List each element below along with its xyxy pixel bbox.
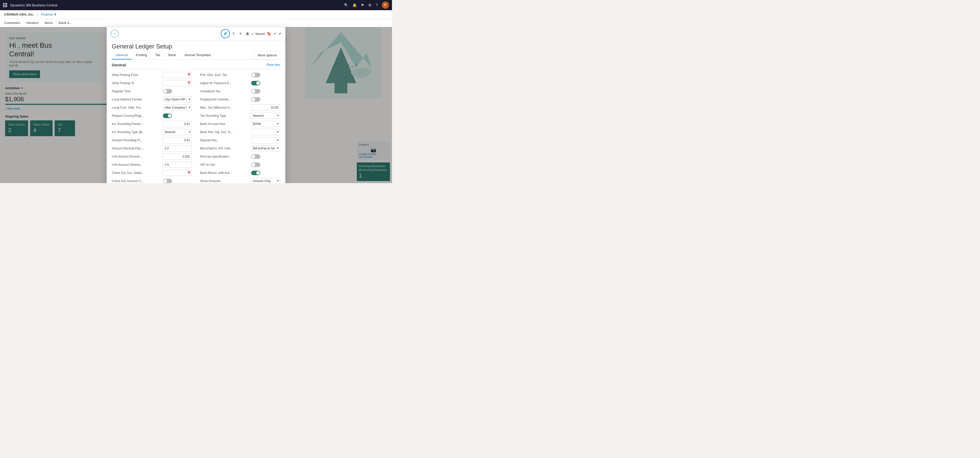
saved-status: ✓ Saved bbox=[251, 32, 265, 36]
settings-icon[interactable]: ⚙ bbox=[368, 3, 372, 7]
inv-rounding-type-row: Inv. Rounding Type ($) ··· Nearest Up Do… bbox=[112, 128, 192, 136]
unit-amount-rounding-label: Unit-Amount Roundi... bbox=[112, 155, 158, 158]
unrealized-tax-control bbox=[251, 89, 280, 94]
amount-rounding-precision-control bbox=[163, 137, 192, 143]
user-avatar[interactable]: F bbox=[382, 2, 389, 9]
bill-to-sell-to-vat-control: Bill-to/Pay-to No. Sell-to/Buy-from No. bbox=[251, 145, 280, 152]
more-options-button[interactable]: More options bbox=[255, 51, 280, 59]
bank-account-nos-select[interactable]: BANK bbox=[251, 121, 280, 127]
check-gl-account-usage-toggle[interactable] bbox=[163, 179, 172, 183]
bank-recon-auto-toggle[interactable] bbox=[251, 171, 260, 175]
deposit-nos-row: Deposit Nos. ··· bbox=[200, 137, 280, 144]
check-gl-account-usage-label: Check G/L Account U... bbox=[112, 179, 158, 183]
tax-rounding-type-control: Nearest Up Down bbox=[251, 113, 280, 119]
allow-posting-from-label: Allow Posting From bbox=[112, 73, 158, 77]
nav-items[interactable]: Items bbox=[45, 21, 53, 25]
add-icon[interactable]: + bbox=[239, 31, 242, 36]
nav-customers[interactable]: Customers bbox=[4, 21, 20, 25]
bank-recon-auto-row: Bank Recon. with Aut... ··· bbox=[200, 170, 280, 176]
finance-module-link[interactable]: Finance ▼ bbox=[41, 13, 57, 16]
max-tax-difference-control bbox=[251, 105, 280, 111]
deposit-nos-select[interactable] bbox=[251, 137, 280, 143]
require-country-control bbox=[163, 114, 192, 118]
tax-rounding-type-select[interactable]: Nearest Up Down bbox=[251, 113, 280, 119]
bill-to-sell-to-vat-select[interactable]: Bill-to/Pay-to No. Sell-to/Buy-from No. bbox=[251, 145, 280, 152]
pmt-disc-excl-tax-toggle[interactable] bbox=[251, 73, 260, 77]
show-amounts-select[interactable]: Amount Only Debit/Credit Both bbox=[251, 178, 280, 183]
allow-posting-to-control: 📅 bbox=[163, 80, 192, 86]
allow-posting-to-row: Allow Posting To ··· 📅 bbox=[112, 79, 192, 87]
amount-rounding-precision-input[interactable] bbox=[163, 137, 192, 143]
back-button[interactable]: ← bbox=[111, 30, 119, 38]
tab-tax[interactable]: Tax bbox=[151, 51, 164, 59]
waffle-menu-icon[interactable] bbox=[3, 3, 7, 7]
dialog-title: General Ledger Setup bbox=[107, 41, 285, 51]
check-gl-acc-deletion-row: Check G/L Acc. Deleti... ··· 📅 bbox=[112, 170, 192, 176]
main-content: Get started Hi , meet Bus Central! You'r… bbox=[0, 27, 392, 183]
tax-rounding-type-row: Tax Rounding Type ··· Nearest Up Down bbox=[200, 112, 280, 119]
register-time-toggle[interactable] bbox=[163, 89, 172, 94]
edit-icon[interactable] bbox=[221, 29, 230, 38]
local-cont-addr-format-select[interactable]: After Company Name Before Company Name N… bbox=[163, 105, 192, 111]
calendar-icon[interactable]: 📅 bbox=[187, 73, 191, 76]
unrealized-tax-toggle[interactable] bbox=[251, 89, 260, 94]
search-icon[interactable]: 🔍 bbox=[344, 3, 348, 7]
deposit-nos-control bbox=[251, 137, 280, 143]
local-address-format-select[interactable]: City+State+ZIP Code City+ZIP Code ZIP Co… bbox=[163, 97, 192, 103]
notification-icon[interactable]: 🔔 bbox=[352, 3, 357, 7]
unit-amount-rounding-row: Unit-Amount Roundi... ··· bbox=[112, 153, 192, 160]
calendar-icon-2[interactable]: 📅 bbox=[187, 81, 191, 85]
general-ledger-setup-dialog: ← ⇧ + 🗑 ✓ Saved 🔖 ↗ ⇗ bbox=[107, 27, 285, 183]
share-icon[interactable]: ⇧ bbox=[232, 32, 235, 36]
section-title: General bbox=[112, 63, 126, 67]
adjust-payment-disc-label: Adjust for Payment D... bbox=[200, 81, 246, 85]
allow-posting-to-label: Allow Posting To bbox=[112, 81, 158, 85]
print-tax-spec-toggle[interactable] bbox=[251, 154, 260, 159]
check-gl-acc-deletion-control: 📅 bbox=[163, 170, 192, 176]
max-tax-difference-label: Max. Tax Difference A... bbox=[200, 106, 246, 109]
show-less-button[interactable]: Show less bbox=[266, 63, 280, 67]
allow-posting-from-row: Allow Posting From ··· 📅 bbox=[112, 71, 192, 79]
prepayment-unrealized-toggle[interactable] bbox=[251, 97, 260, 102]
top-bar-left: Dynamics 365 Business Central bbox=[3, 3, 57, 7]
form-grid: Allow Posting From ··· 📅 Allow Posting T… bbox=[112, 71, 280, 183]
tab-journal-templates[interactable]: Journal Templates bbox=[180, 51, 215, 59]
tab-bank[interactable]: Bank bbox=[164, 51, 180, 59]
calendar-icon-3[interactable]: 📅 bbox=[187, 171, 191, 174]
tab-posting[interactable]: Posting bbox=[132, 51, 151, 59]
unit-amount-decimal-label: Unit-Amount Decima... bbox=[112, 163, 158, 166]
amount-rounding-precision-row: Amount Rounding Pr... ··· bbox=[112, 137, 192, 144]
amount-decimal-places-row: Amount Decimal Plac... ··· bbox=[112, 145, 192, 152]
require-country-row: Require Country/Regi... ··· bbox=[112, 112, 192, 119]
open-new-icon[interactable]: ↗ bbox=[273, 32, 276, 36]
vat-in-use-toggle[interactable] bbox=[251, 162, 260, 167]
print-tax-spec-control bbox=[251, 154, 280, 159]
unit-amount-decimal-input[interactable] bbox=[163, 162, 192, 168]
check-gl-account-usage-control bbox=[163, 179, 192, 183]
nav-bank[interactable]: Bank A... bbox=[59, 21, 72, 25]
amount-decimal-places-input[interactable] bbox=[163, 145, 192, 152]
vat-in-use-row: VAT in Use ··· bbox=[200, 161, 280, 168]
delete-icon[interactable]: 🗑 bbox=[246, 32, 249, 36]
register-time-label: Register Time bbox=[112, 89, 158, 93]
bill-to-sell-to-vat-label: Bill-to/Sell-to VAT Calc. bbox=[200, 147, 246, 150]
nav-vendors[interactable]: Vendors bbox=[26, 21, 38, 25]
flag-icon[interactable]: ⚑ bbox=[361, 3, 364, 7]
company-name: CRONUS USA, Inc. bbox=[4, 13, 34, 16]
inv-rounding-type-label: Inv. Rounding Type ($) bbox=[112, 130, 158, 134]
max-tax-difference-input[interactable] bbox=[251, 105, 280, 111]
inv-rounding-precision-input[interactable] bbox=[163, 121, 192, 127]
check-gl-acc-deletion-label: Check G/L Acc. Deleti... bbox=[112, 171, 158, 175]
print-tax-spec-row: Print tax specification... ··· bbox=[200, 153, 280, 160]
bookmark-icon[interactable]: 🔖 bbox=[267, 32, 271, 36]
unrealized-tax-row: Unrealized Tax ··· bbox=[200, 88, 280, 95]
inv-rounding-type-select[interactable]: Nearest Up Down bbox=[163, 129, 192, 135]
adjust-payment-disc-toggle[interactable] bbox=[251, 81, 260, 86]
require-country-toggle[interactable] bbox=[163, 114, 172, 118]
bank-rec-adj-doc-select[interactable] bbox=[251, 129, 280, 135]
tab-general[interactable]: General bbox=[112, 51, 132, 59]
expand-icon[interactable]: ⇗ bbox=[278, 32, 281, 36]
unit-amount-rounding-input[interactable] bbox=[163, 154, 192, 160]
help-icon[interactable]: ? bbox=[375, 3, 378, 7]
section-header: General Show less bbox=[112, 60, 280, 69]
